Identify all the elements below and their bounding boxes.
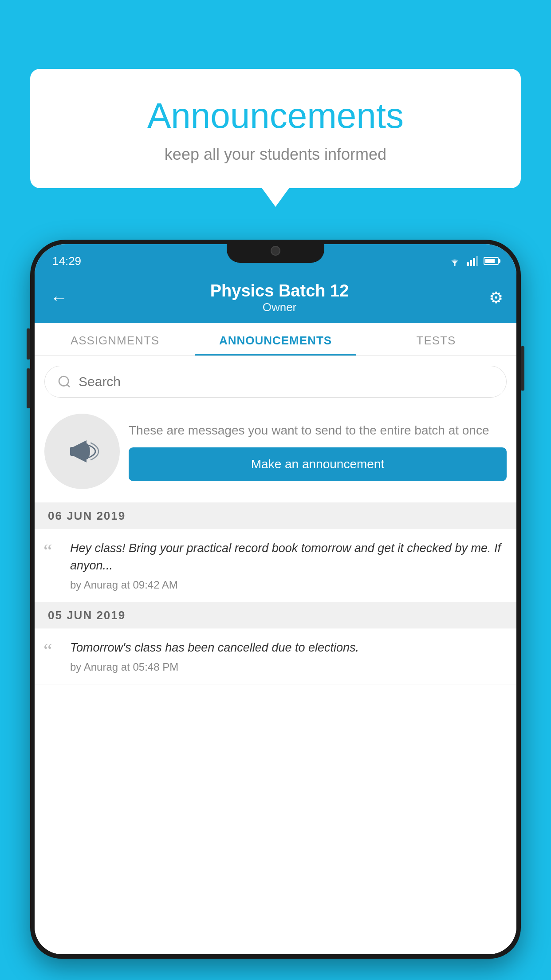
status-time: 14:29 — [52, 254, 81, 268]
content-area: These are messages you want to send to t… — [35, 356, 516, 954]
phone-screen: 14:29 — [35, 244, 516, 954]
date-label-2: 05 JUN 2019 — [48, 609, 126, 622]
battery-icon — [484, 257, 499, 265]
quote-icon-2: “ — [43, 639, 61, 673]
svg-rect-3 — [473, 258, 475, 266]
quote-icon-1: “ — [43, 540, 61, 591]
announcement-text-1: Hey class! Bring your practical record b… — [70, 540, 508, 574]
signal-icon — [467, 256, 478, 266]
svg-line-6 — [67, 384, 70, 387]
svg-point-5 — [59, 376, 68, 386]
phone-camera — [271, 246, 280, 256]
batch-title: Physics Batch 12 — [70, 281, 489, 300]
megaphone-icon — [62, 431, 102, 471]
announcement-text-2: Tomorrow's class has been cancelled due … — [70, 639, 508, 656]
svg-rect-4 — [476, 256, 478, 266]
svg-rect-2 — [470, 260, 472, 266]
header-title: Physics Batch 12 Owner — [70, 281, 489, 314]
wifi-icon — [448, 256, 461, 266]
announcement-item-2[interactable]: “ Tomorrow's class has been cancelled du… — [35, 628, 516, 684]
make-announcement-button[interactable]: Make an announcement — [129, 447, 507, 481]
svg-point-0 — [454, 264, 456, 266]
speech-bubble: Announcements keep all your students inf… — [30, 69, 521, 188]
announcement-promo: These are messages you want to send to t… — [35, 405, 516, 503]
announcement-item-1[interactable]: “ Hey class! Bring your practical record… — [35, 529, 516, 602]
search-input[interactable] — [79, 374, 494, 389]
announcement-body-1: Hey class! Bring your practical record b… — [70, 540, 508, 591]
volume-down-button[interactable] — [27, 368, 30, 408]
tab-announcements[interactable]: ANNOUNCEMENTS — [195, 323, 356, 356]
promo-right: These are messages you want to send to t… — [129, 422, 507, 481]
date-section-2: 05 JUN 2019 — [35, 602, 516, 628]
volume-up-button[interactable] — [27, 328, 30, 360]
speech-bubble-container: Announcements keep all your students inf… — [30, 69, 521, 188]
bubble-subtitle: keep all your students informed — [48, 145, 503, 164]
svg-rect-9 — [70, 447, 75, 456]
date-section-1: 06 JUN 2019 — [35, 503, 516, 529]
search-bar[interactable] — [44, 366, 507, 398]
search-icon — [57, 375, 71, 389]
phone-notch — [227, 240, 324, 263]
tab-bar: ASSIGNMENTS ANNOUNCEMENTS TESTS — [35, 323, 516, 356]
back-button[interactable]: ← — [48, 286, 70, 310]
bubble-title: Announcements — [48, 95, 503, 136]
promo-icon-circle — [44, 414, 120, 489]
announcement-meta-1: by Anurag at 09:42 AM — [70, 579, 508, 591]
app-header: ← Physics Batch 12 Owner ⚙ — [35, 274, 516, 323]
promo-description: These are messages you want to send to t… — [129, 422, 507, 439]
batch-role: Owner — [70, 300, 489, 314]
date-label-1: 06 JUN 2019 — [48, 509, 126, 523]
status-icons — [448, 256, 499, 266]
power-button[interactable] — [521, 346, 524, 391]
announcement-meta-2: by Anurag at 05:48 PM — [70, 661, 508, 673]
phone-frame: 14:29 — [30, 240, 521, 959]
tab-tests[interactable]: TESTS — [356, 323, 516, 356]
phone-container: 14:29 — [30, 240, 521, 980]
settings-button[interactable]: ⚙ — [489, 288, 503, 307]
tab-assignments[interactable]: ASSIGNMENTS — [35, 323, 195, 356]
announcement-body-2: Tomorrow's class has been cancelled due … — [70, 639, 508, 673]
svg-rect-1 — [467, 262, 469, 266]
